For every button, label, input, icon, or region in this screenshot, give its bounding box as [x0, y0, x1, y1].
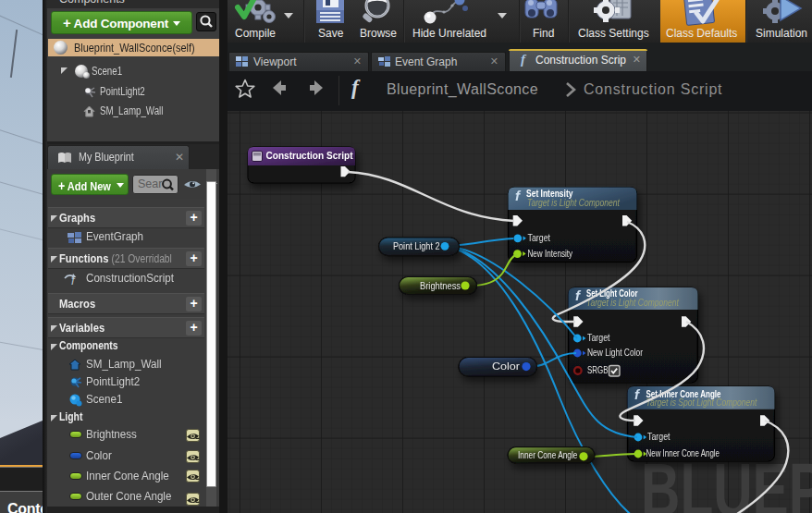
- svg-text:Construction Script: Construction Script: [266, 150, 353, 161]
- svg-text:SRGB: SRGB: [587, 364, 609, 375]
- svg-text:Target: Target: [528, 232, 551, 243]
- svg-text:Target: Target: [587, 332, 610, 343]
- svg-text:New Light Color: New Light Color: [587, 347, 643, 358]
- svg-text:New Intensity: New Intensity: [528, 248, 573, 259]
- svg-text:Target is Light Component: Target is Light Component: [586, 298, 680, 308]
- svg-text:Inner Cone Angle: Inner Cone Angle: [518, 449, 578, 460]
- svg-text:Target: Target: [647, 431, 671, 442]
- svg-text:Color: Color: [492, 360, 521, 372]
- svg-text:New Inner Cone Angle: New Inner Cone Angle: [646, 447, 720, 458]
- svg-text:Target is Spot Light Component: Target is Spot Light Component: [646, 397, 758, 408]
- svg-text:Target is Light Component: Target is Light Component: [527, 198, 621, 208]
- svg-text:Brightness: Brightness: [420, 280, 461, 291]
- svg-text:Point Light 2: Point Light 2: [393, 240, 440, 251]
